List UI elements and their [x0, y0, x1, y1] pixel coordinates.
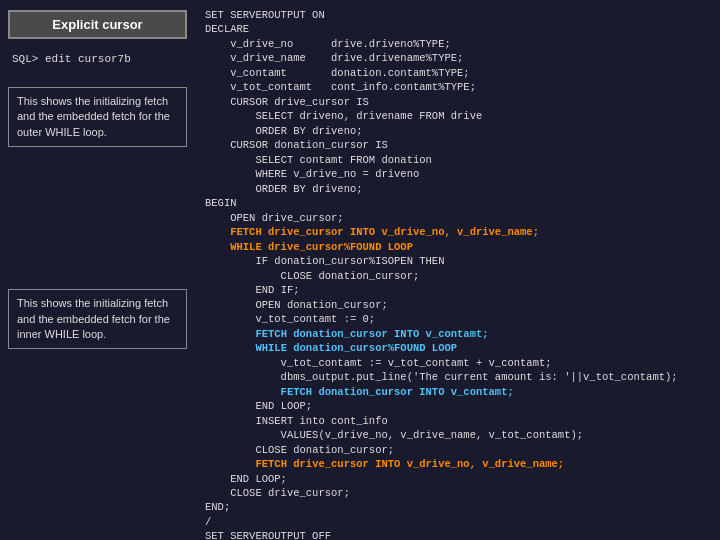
- code-line17: WHILE drive_cursor%FOUND LOOP: [218, 241, 413, 253]
- code-line11: SELECT contamt FROM donation: [230, 154, 432, 166]
- code-line33: END LOOP;: [218, 473, 287, 485]
- desc-outer-box: This shows the initializing fetch and th…: [8, 87, 187, 147]
- code-line7: CURSOR drive_cursor IS: [218, 96, 369, 108]
- code-line32: FETCH drive_cursor INTO v_drive_no, v_dr…: [230, 458, 564, 470]
- code-line6: v_tot_contamt cont_info.contamt%TYPE;: [218, 81, 476, 93]
- code-line31: CLOSE donation_cursor;: [230, 444, 394, 456]
- code-line27: FETCH donation_cursor INTO v_contamt;: [243, 386, 514, 398]
- right-panel: SET SERVEROUTPUT ON DECLARE v_drive_no d…: [195, 0, 720, 540]
- code-line3: v_drive_no drive.driveno%TYPE;: [218, 38, 451, 50]
- code-line25: v_tot_contamt := v_tot_contamt + v_conta…: [243, 357, 552, 369]
- left-panel: Explicit cursor SQL> edit cursor7b This …: [0, 0, 195, 540]
- code-line34: CLOSE drive_cursor;: [218, 487, 350, 499]
- desc-inner-text: This shows the initializing fetch and th…: [17, 297, 170, 340]
- code-line10: CURSOR donation_cursor IS: [218, 139, 388, 151]
- code-line12: WHERE v_drive_no = driveno: [230, 168, 419, 180]
- code-line28: END LOOP;: [230, 400, 312, 412]
- code-line8: SELECT driveno, drivename FROM drive: [230, 110, 482, 122]
- code-line23: FETCH donation_cursor INTO v_contamt;: [230, 328, 488, 340]
- code-line5: v_contamt donation.contamt%TYPE;: [218, 67, 470, 79]
- code-line13: ORDER BY driveno;: [230, 183, 362, 195]
- code-line15: OPEN drive_cursor;: [218, 212, 344, 224]
- code-line24: WHILE donation_cursor%FOUND LOOP: [230, 342, 457, 354]
- code-line18: IF donation_cursor%ISOPEN THEN: [230, 255, 444, 267]
- code-line36: /: [205, 516, 211, 528]
- code-line16: FETCH drive_cursor INTO v_drive_no, v_dr…: [218, 226, 539, 238]
- code-line9: ORDER BY driveno;: [230, 125, 362, 137]
- code-line26: dbms_output.put_line('The current amount…: [243, 371, 678, 383]
- code-line4: v_drive_name drive.drivename%TYPE;: [218, 52, 464, 64]
- title-box: Explicit cursor: [8, 10, 187, 39]
- code-line21: OPEN donation_cursor;: [230, 299, 388, 311]
- code-line2: DECLARE: [205, 23, 249, 35]
- code-line22: v_tot_contamt := 0;: [230, 313, 375, 325]
- code-line30: VALUES(v_drive_no, v_drive_name, v_tot_c…: [243, 429, 583, 441]
- desc-inner-box: This shows the initializing fetch and th…: [8, 289, 187, 349]
- code-line37: SET SERVEROUTPUT OFF: [205, 530, 331, 540]
- desc-outer-text: This shows the initializing fetch and th…: [17, 95, 170, 138]
- code-line14: BEGIN: [205, 197, 237, 209]
- sql-label: SQL> edit cursor7b: [8, 53, 187, 65]
- code-block: SET SERVEROUTPUT ON DECLARE v_drive_no d…: [205, 8, 710, 540]
- code-line20: END IF;: [230, 284, 299, 296]
- code-line19: CLOSE donation_cursor;: [243, 270, 419, 282]
- code-line1: SET SERVEROUTPUT ON: [205, 9, 325, 21]
- code-line29: INSERT into cont_info: [230, 415, 388, 427]
- code-line35: END;: [205, 501, 230, 513]
